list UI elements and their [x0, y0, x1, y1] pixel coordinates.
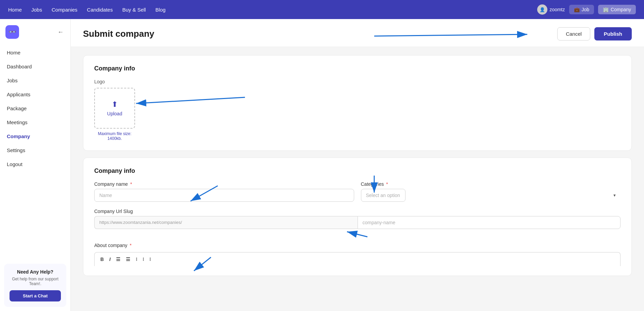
logo-field-label: Logo	[94, 79, 621, 84]
nav-home[interactable]: Home	[8, 7, 22, 13]
name-required: *	[130, 181, 132, 187]
nav-blog[interactable]: Blog	[155, 7, 166, 13]
page-title: Submit company	[83, 29, 154, 39]
company-info-card: Company info Company name * Categories *	[83, 158, 632, 276]
file-size-note: Maximum file size: 1400kb.	[94, 131, 135, 141]
sidebar-item-jobs[interactable]: Jobs	[0, 73, 70, 87]
toolbar-ol[interactable]: ☰	[123, 255, 133, 263]
about-label: About company *	[94, 243, 621, 248]
sidebar-nav: Home Dashboard Jobs Applicants Package M…	[0, 43, 70, 260]
nav-right: 👤 zoomtz 💼 Job 🏢 Company	[537, 4, 636, 15]
sidebar-item-meetings[interactable]: Meetings	[0, 115, 70, 129]
user-chip: 👤 zoomtz	[537, 4, 565, 15]
url-slug-input[interactable]	[358, 216, 621, 229]
nav-companies[interactable]: Companies	[52, 7, 78, 13]
logo-section-title: Company info	[94, 65, 621, 72]
nav-jobs[interactable]: Jobs	[31, 7, 42, 13]
sidebar-item-settings[interactable]: Settings	[0, 143, 70, 157]
header-actions: Cancel Publish	[557, 27, 632, 40]
sidebar-item-company[interactable]: Company	[0, 129, 70, 143]
publish-button[interactable]: Publish	[594, 27, 632, 40]
toolbar-align-right[interactable]: ⁝	[147, 255, 153, 263]
company-name-input[interactable]	[94, 189, 354, 202]
about-group: About company * B I ☰ ☰ ⁝ ⁝ ⁝	[94, 243, 621, 266]
categories-label: Categories *	[361, 181, 621, 187]
building-icon: 🏢	[603, 7, 609, 12]
categories-select[interactable]: Select an option	[361, 189, 406, 202]
app-logo: 👓	[5, 25, 19, 39]
logo-card: Company info Logo ⬆ Upload Maximum file …	[83, 55, 632, 151]
help-title: Need Any Help?	[10, 269, 61, 275]
layout: 👓 ← Home Dashboard Jobs Applicants Packa…	[0, 19, 644, 311]
categories-select-wrapper: Select an option	[361, 189, 621, 202]
company-nav-button[interactable]: 🏢 Company	[598, 5, 636, 14]
sidebar-item-package[interactable]: Package	[0, 101, 70, 115]
username: zoomtz	[549, 7, 565, 12]
cancel-button[interactable]: Cancel	[557, 27, 590, 40]
nav-candidates[interactable]: Candidates	[87, 7, 113, 13]
url-prefix: https://www.zoomtanzania.net/companies/	[94, 216, 358, 229]
editor-toolbar: B I ☰ ☰ ⁝ ⁝ ⁝	[94, 252, 621, 266]
toolbar-italic[interactable]: I	[107, 255, 113, 263]
content-area: Company info Logo ⬆ Upload Maximum file …	[71, 47, 644, 291]
start-chat-button[interactable]: Start a Chat	[10, 290, 61, 301]
categories-required: *	[386, 181, 388, 187]
sidebar-item-applicants[interactable]: Applicants	[0, 87, 70, 101]
url-row: https://www.zoomtanzania.net/companies/	[94, 216, 621, 229]
main-content: Submit company Cancel Publish Company in…	[71, 19, 644, 311]
sidebar-item-logout[interactable]: Logout	[0, 157, 70, 171]
url-slug-label: Company Url Slug	[94, 209, 621, 214]
back-button[interactable]: ←	[56, 27, 65, 37]
toolbar-bold[interactable]: B	[98, 255, 106, 263]
company-info-title: Company info	[94, 167, 621, 175]
page-header: Submit company Cancel Publish	[71, 19, 644, 47]
company-name-group: Company name *	[94, 181, 354, 202]
sidebar-item-home[interactable]: Home	[0, 46, 70, 60]
upload-icon: ⬆	[112, 100, 118, 109]
job-nav-button[interactable]: 💼 Job	[569, 5, 594, 14]
toolbar-align-left[interactable]: ⁝	[133, 255, 139, 263]
toolbar-align-center[interactable]: ⁝	[140, 255, 146, 263]
sidebar: 👓 ← Home Dashboard Jobs Applicants Packa…	[0, 19, 71, 311]
toolbar-ul[interactable]: ☰	[114, 255, 123, 263]
upload-label: Upload	[107, 111, 122, 116]
about-required: *	[130, 243, 131, 248]
categories-group: Categories * Select an option	[361, 181, 621, 202]
nav-buy-sell[interactable]: Buy & Sell	[122, 7, 146, 13]
top-nav: Home Jobs Companies Candidates Buy & Sel…	[0, 0, 644, 19]
sidebar-logo-area: 👓 ←	[0, 19, 70, 43]
upload-box[interactable]: ⬆ Upload	[94, 88, 135, 129]
company-name-label: Company name *	[94, 181, 354, 187]
url-slug-group: Company Url Slug https://www.zoomtanzani…	[94, 209, 621, 236]
help-widget: Need Any Help? Get help from our support…	[4, 264, 66, 307]
avatar: 👤	[537, 4, 547, 15]
help-description: Get help from our support Team!.	[10, 277, 61, 286]
sidebar-item-dashboard[interactable]: Dashboard	[0, 60, 70, 73]
briefcase-icon: 💼	[574, 7, 580, 12]
name-categories-row: Company name * Categories * Select an op	[94, 181, 621, 202]
